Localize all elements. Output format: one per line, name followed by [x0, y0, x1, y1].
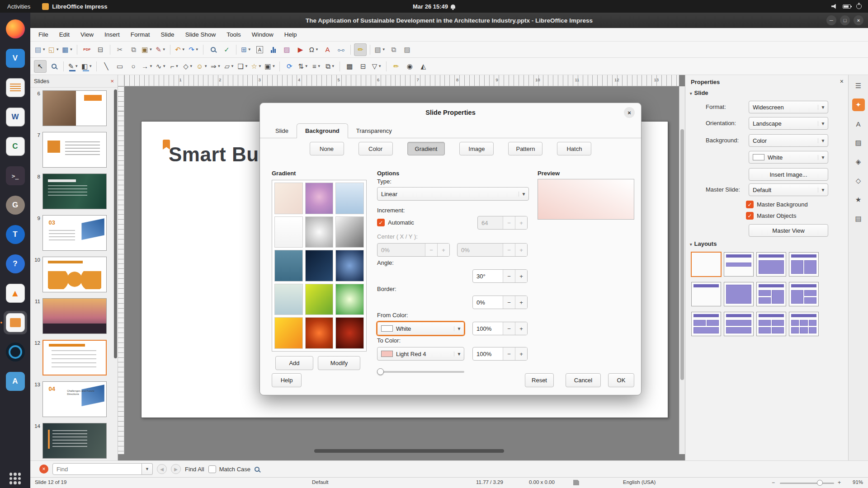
menu-slide[interactable]: Slide: [156, 29, 180, 40]
lines-and-arrows-icon[interactable]: →▼: [141, 60, 154, 73]
ok-button[interactable]: OK: [608, 373, 634, 387]
dock-item-help[interactable]: ?: [4, 252, 27, 276]
increment-icon[interactable]: +: [515, 296, 527, 309]
decrement-icon[interactable]: −: [503, 296, 515, 309]
format-dropdown[interactable]: Widescreen▼: [749, 101, 828, 113]
orientation-dropdown[interactable]: Landscape▼: [749, 117, 828, 130]
dock-item-libreoffice-impress[interactable]: [4, 311, 27, 334]
open-document-icon[interactable]: ◱▼: [47, 43, 60, 56]
insert-hyperlink-icon[interactable]: ⧟: [335, 43, 347, 56]
zoom-out-icon[interactable]: −: [772, 479, 775, 486]
slide-title-text[interactable]: Smart Buil: [169, 143, 270, 166]
search-input[interactable]: [52, 463, 142, 475]
gradient-preset-2[interactable]: [305, 183, 334, 214]
dock-item-gimp[interactable]: G: [4, 193, 27, 217]
new-slide-icon[interactable]: ▧▼: [373, 43, 386, 56]
slide-list-item-13[interactable]: 1304Challenges and Future Directions: [31, 381, 113, 417]
insert-special-character-icon[interactable]: Ω▼: [307, 43, 320, 56]
dialog-close-icon[interactable]: ×: [624, 107, 635, 118]
fill-type-pattern-button[interactable]: Pattern: [508, 142, 542, 155]
automatic-checkbox[interactable]: ✓: [377, 219, 385, 226]
fill-type-gradient-button[interactable]: Gradient: [407, 142, 445, 155]
language-status[interactable]: English (USA): [623, 479, 656, 485]
rotate-icon[interactable]: ⟳: [283, 60, 296, 73]
layout-centered-text[interactable]: [724, 282, 754, 306]
shapes-deck-icon[interactable]: ◇: [852, 174, 865, 187]
decrement-icon[interactable]: −: [503, 244, 515, 256]
border-slider[interactable]: [377, 365, 464, 379]
insert-fontwork-icon[interactable]: A: [321, 43, 334, 56]
crop-image-icon[interactable]: ⊟: [357, 60, 369, 73]
insert-chart-icon[interactable]: [267, 43, 279, 56]
slide-section-header[interactable]: ▾Slide: [690, 89, 708, 96]
spelling-icon[interactable]: ✓: [220, 43, 233, 56]
slide-thumbnail-7[interactable]: [42, 132, 107, 168]
edit-points-icon[interactable]: ✏: [390, 60, 402, 73]
dock-item-vlc[interactable]: ▲: [4, 282, 27, 305]
align-objects-icon[interactable]: ≡▼: [310, 60, 323, 73]
menu-slide-show[interactable]: Slide Show: [180, 29, 222, 40]
glue-points-icon[interactable]: ◉: [403, 60, 416, 73]
vertical-scrollbar[interactable]: [679, 86, 685, 454]
center-x-spinner[interactable]: 0% − +: [377, 243, 450, 257]
paste-icon[interactable]: ▣▼: [141, 43, 153, 56]
horizontal-scrollbar-thumb[interactable]: [314, 449, 504, 453]
background-type-dropdown[interactable]: Color▼: [749, 134, 828, 147]
match-case-row[interactable]: Match Case: [208, 465, 250, 473]
menu-help[interactable]: Help: [279, 29, 302, 40]
save-icon[interactable]: ▦▼: [61, 43, 74, 56]
dock-item-firefox[interactable]: [4, 17, 27, 41]
minimize-button[interactable]: ─: [826, 15, 836, 25]
symbol-shapes-icon[interactable]: ☺▼: [195, 60, 208, 73]
angle-spinner[interactable]: 30° − +: [472, 269, 528, 283]
increment-spinner[interactable]: 64 − +: [477, 216, 528, 230]
insert-text-box-icon[interactable]: A: [253, 43, 266, 56]
increment-icon[interactable]: +: [515, 244, 527, 256]
slide-thumbnail-10[interactable]: [42, 257, 107, 292]
dock-item-blue-circle-app[interactable]: [4, 340, 27, 364]
dock-item-ubuntu-software[interactable]: A: [4, 370, 27, 393]
border-spinner[interactable]: 0% − +: [472, 296, 528, 309]
find-next-button[interactable]: ▶: [171, 464, 181, 474]
block-arrows-icon[interactable]: ⇒▼: [209, 60, 222, 73]
slide-list-item-10[interactable]: 10: [31, 257, 113, 292]
close-button[interactable]: ×: [854, 15, 863, 25]
decrement-icon[interactable]: −: [503, 347, 515, 360]
gradient-preset-3[interactable]: [335, 183, 364, 214]
find-and-replace-icon[interactable]: [207, 43, 219, 56]
navigator-deck-icon[interactable]: ◈: [852, 155, 865, 168]
menu-window[interactable]: Window: [246, 29, 279, 40]
slide-thumbnail-12[interactable]: [42, 340, 107, 375]
print-icon[interactable]: ⊟: [94, 43, 107, 56]
animation-deck-icon[interactable]: ★: [852, 193, 865, 206]
gradient-preset-1[interactable]: [274, 183, 303, 214]
layout-content-over-content[interactable]: [724, 312, 754, 336]
dock-item-libreoffice-writer[interactable]: W: [4, 105, 27, 129]
callouts-icon[interactable]: ❑▼: [236, 60, 249, 73]
find-close-button[interactable]: ×: [39, 465, 48, 474]
layout-title-two-content[interactable]: [789, 252, 819, 277]
clone-formatting-icon[interactable]: ✎▼: [154, 43, 167, 56]
to-intensity-spinner[interactable]: 100% − +: [472, 347, 528, 361]
gradient-preset-10[interactable]: [274, 284, 303, 315]
styles-deck-icon[interactable]: A: [852, 117, 865, 130]
from-color-dropdown[interactable]: White▼: [377, 322, 464, 335]
duplicate-slide-icon[interactable]: ⧉: [387, 43, 400, 56]
layout-two-content-over-content[interactable]: [691, 312, 721, 336]
slide-list-item-8[interactable]: 8: [31, 174, 113, 209]
increment-icon[interactable]: +: [515, 347, 527, 360]
background-color-dropdown[interactable]: White▼: [749, 151, 828, 164]
slide-thumbnail-8[interactable]: [42, 174, 107, 209]
decrement-icon[interactable]: −: [503, 216, 515, 229]
menu-edit[interactable]: Edit: [54, 29, 75, 40]
layout-blank[interactable]: [691, 252, 721, 277]
slide-thumbnail-14[interactable]: [42, 423, 107, 459]
filter-icon[interactable]: ▽▼: [370, 60, 383, 73]
gradient-type-dropdown[interactable]: Linear▼: [377, 187, 529, 201]
copy-icon[interactable]: ⧉: [127, 43, 140, 56]
gradient-preset-6[interactable]: [335, 216, 364, 248]
add-gradient-button[interactable]: Add: [275, 356, 313, 370]
slide-list-item-6[interactable]: 6: [31, 90, 113, 126]
layout-two-content-and-content[interactable]: [756, 282, 786, 306]
to-3d-icon[interactable]: ◭: [417, 60, 429, 73]
